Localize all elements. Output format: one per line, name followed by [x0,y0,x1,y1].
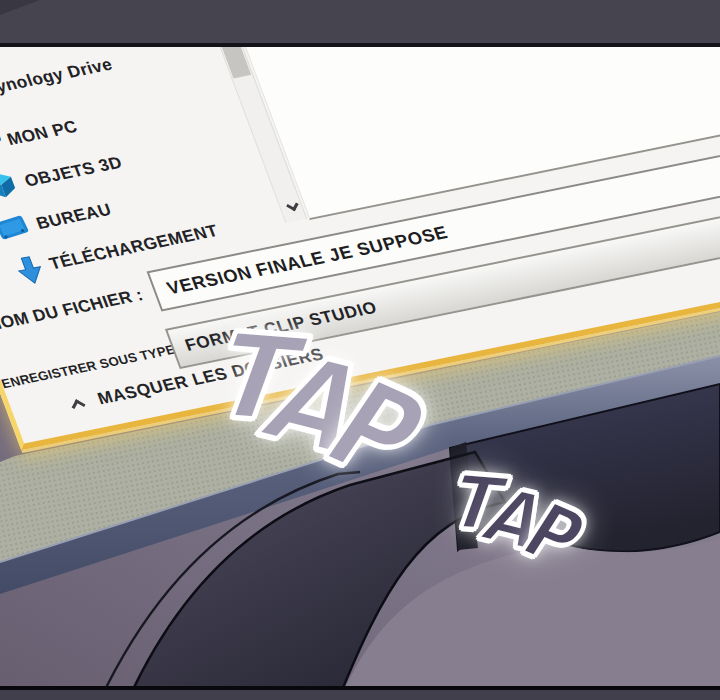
sidebar-item-bureau[interactable]: BUREAU [34,200,115,234]
computer-icon [0,124,6,152]
download-icon [10,253,51,289]
panel-top-bar [0,0,720,47]
sidebar-item-label: ynology Drive [0,55,115,97]
3d-cube-icon [0,169,20,201]
sidebar-item-label: OBJETS 3D [22,153,125,192]
sidebar-item-mon-pc[interactable]: MON PC [4,117,80,150]
chevron-down-icon [286,199,298,211]
panel-bottom-strip [0,686,720,690]
chevron-up-icon [72,399,86,412]
top-left-shadow [0,0,40,15]
sidebar-item-label: MON PC [4,117,80,150]
webtoon-panel: eDrive - Persona ynology Drive MON PC OB… [0,0,720,700]
sidebar-item-objets-3d[interactable]: OBJETS 3D [22,153,125,192]
sidebar-item-label: BUREAU [34,200,115,234]
sidebar-item-synology-drive[interactable]: ynology Drive [0,55,115,97]
desktop-icon [0,213,34,244]
